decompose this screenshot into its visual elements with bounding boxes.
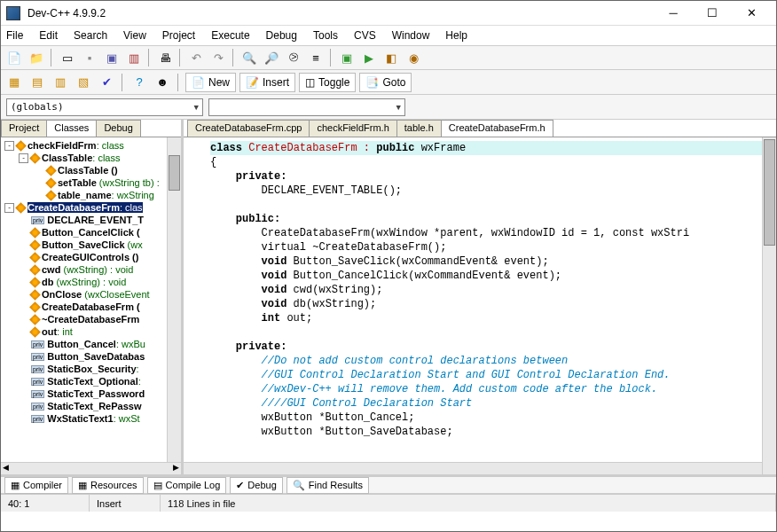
menu-window[interactable]: Window — [390, 27, 432, 43]
tree-node[interactable]: db (wxString) : void — [3, 276, 179, 288]
menu-execute[interactable]: Execute — [209, 27, 251, 43]
menu-tools[interactable]: Tools — [311, 27, 340, 43]
app-icon — [6, 6, 20, 20]
editor-vscrollbar[interactable] — [762, 137, 776, 474]
tree-node[interactable]: privButton_SaveDatabas — [3, 350, 179, 363]
bottom-tab-find-results[interactable]: 🔍Find Results — [286, 477, 369, 494]
find-icon[interactable]: 🔍 — [239, 48, 259, 67]
undo-icon[interactable]: ↶ — [186, 48, 206, 67]
tree-node[interactable]: ClassTable () — [3, 164, 179, 176]
new-file-icon[interactable]: 📄 — [4, 48, 24, 67]
menu-help[interactable]: Help — [443, 27, 469, 43]
about-icon[interactable]: ☻ — [153, 73, 172, 92]
menu-cvs[interactable]: CVS — [352, 27, 378, 43]
tree-node[interactable]: CreateDatabaseFrm ( — [3, 301, 179, 313]
menu-project[interactable]: Project — [161, 27, 197, 43]
left-tab-debug[interactable]: Debug — [96, 120, 140, 137]
redo-icon[interactable]: ↷ — [208, 48, 228, 67]
help-icon[interactable]: ? — [130, 73, 149, 92]
check-icon[interactable]: ✔ — [97, 73, 116, 92]
menu-search[interactable]: Search — [72, 27, 109, 43]
status-mode: Insert — [90, 495, 161, 512]
tree-node[interactable]: table_name: wxString — [3, 189, 179, 201]
find-next-icon[interactable]: ⧁ — [284, 48, 303, 67]
tree-node[interactable]: CreateGUIControls () — [3, 251, 179, 263]
tree-node[interactable]: -checkFieldFrm: class — [3, 139, 179, 152]
print-icon[interactable]: 🖶 — [155, 48, 175, 67]
new-button[interactable]: 📄New — [185, 73, 236, 92]
tree-hscrollbar[interactable]: ◀▶ — [1, 462, 181, 474]
grid2-icon[interactable]: ▤ — [27, 73, 47, 92]
tree-node[interactable]: privWxStaticText1: wxSt — [3, 412, 179, 425]
new-project-icon[interactable]: 📁 — [27, 48, 46, 67]
goto-button[interactable]: 📑Goto — [359, 73, 412, 92]
left-tab-project[interactable]: Project — [1, 120, 47, 137]
status-position: 40: 1 — [1, 495, 90, 512]
open-icon[interactable]: ▭ — [58, 48, 77, 67]
compile-run-icon[interactable]: ◧ — [381, 48, 401, 67]
tree-node[interactable]: ~CreateDatabaseFrm — [3, 313, 179, 325]
tree-node[interactable]: privStaticBox_Security: — [3, 363, 179, 375]
member-combo[interactable]: ▼ — [208, 98, 405, 116]
editor-hscrollbar[interactable] — [184, 462, 762, 474]
replace-icon[interactable]: 🔎 — [262, 48, 281, 67]
editor-tab[interactable]: CreateDatabaseFrm.cpp — [187, 120, 310, 137]
minimize-button[interactable]: ─ — [654, 2, 693, 25]
bottom-tab-debug[interactable]: ✔Debug — [230, 477, 282, 494]
class-tree[interactable]: -checkFieldFrm: class-ClassTable: classC… — [1, 137, 181, 462]
editor-tab[interactable]: table.h — [396, 120, 442, 137]
tree-node[interactable]: privStaticText_RePassw — [3, 400, 179, 412]
bottom-tab-compile-log[interactable]: ▤Compile Log — [147, 477, 227, 494]
status-lines: 118 Lines in file — [161, 495, 776, 512]
scope-combo[interactable]: (globals)▼ — [6, 98, 203, 116]
tree-node[interactable]: Button_CancelClick ( — [3, 226, 179, 239]
menu-edit[interactable]: Edit — [37, 27, 59, 43]
close-button[interactable]: ✕ — [732, 2, 771, 25]
compile-icon[interactable]: ▣ — [337, 48, 357, 67]
grid4-icon[interactable]: ▧ — [74, 73, 93, 92]
editor-tab[interactable]: checkFieldFrm.h — [309, 120, 396, 137]
editor-tab[interactable]: CreateDatabaseFrm.h — [441, 120, 553, 137]
code-editor[interactable]: class CreateDatabaseFrm : public wxFrame… — [184, 137, 776, 474]
rebuild-icon[interactable]: ◉ — [404, 48, 423, 67]
bottom-tab-resources[interactable]: ▦Resources — [72, 477, 144, 494]
goto-line-icon[interactable]: ≡ — [306, 48, 326, 67]
tree-node[interactable]: privButton_Cancel: wxBu — [3, 338, 179, 350]
tree-node[interactable]: cwd (wxString) : void — [3, 263, 179, 276]
menu-view[interactable]: View — [122, 27, 148, 43]
tree-node[interactable]: out: int — [3, 325, 179, 338]
close-file-icon[interactable]: ▥ — [124, 48, 144, 67]
menu-file[interactable]: File — [4, 27, 25, 43]
tree-node[interactable]: setTable (wxString tb) : — [3, 176, 179, 189]
window-title: Dev-C++ 4.9.9.2 — [27, 7, 654, 20]
tree-scrollbar[interactable] — [167, 137, 181, 462]
toolbar-main: 📄 📁 ▭ ▪ ▣ ▥ 🖶 ↶ ↷ 🔍 🔎 ⧁ ≡ ▣ ▶ ◧ ◉ — [1, 45, 776, 70]
bottom-tab-compiler[interactable]: ▦Compiler — [4, 477, 68, 494]
tree-node[interactable]: privDECLARE_EVENT_T — [3, 214, 179, 226]
tree-node[interactable]: privStaticText_Password — [3, 387, 179, 400]
grid3-icon[interactable]: ▥ — [51, 73, 70, 92]
grid1-icon[interactable]: ▦ — [4, 73, 24, 92]
menu-debug[interactable]: Debug — [264, 27, 299, 43]
toggle-button[interactable]: ◫Toggle — [299, 73, 356, 92]
tree-node[interactable]: privStaticText_Optional: — [3, 375, 179, 387]
insert-button[interactable]: 📝Insert — [239, 73, 295, 92]
left-tab-classes[interactable]: Classes — [46, 120, 97, 137]
tree-node[interactable]: -ClassTable: class — [3, 152, 179, 164]
save-icon[interactable]: ▪ — [80, 48, 99, 67]
tree-node[interactable]: OnClose (wxCloseEvent — [3, 288, 179, 301]
tree-node[interactable]: Button_SaveClick (wx — [3, 239, 179, 251]
save-all-icon[interactable]: ▣ — [102, 48, 122, 67]
run-icon[interactable]: ▶ — [359, 48, 379, 67]
tree-node[interactable]: -CreateDatabaseFrm: clas — [3, 201, 179, 214]
maximize-button[interactable]: ☐ — [693, 2, 732, 25]
